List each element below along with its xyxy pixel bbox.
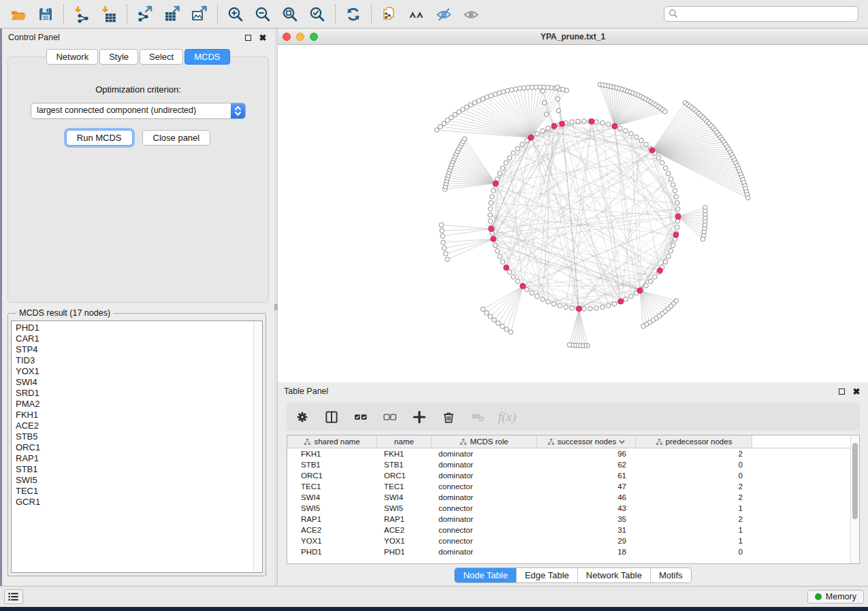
show-all-icon[interactable] — [460, 3, 483, 26]
window-zoom-traffic-light[interactable] — [310, 33, 318, 41]
control-tab-select[interactable]: Select — [140, 49, 183, 65]
table-scrollbar-thumb[interactable] — [852, 443, 858, 519]
table-row[interactable]: ORC1ORC1dominator610 — [287, 470, 850, 481]
table-tab-network-table[interactable]: Network Table — [578, 568, 651, 582]
table-row[interactable]: STB1STB1dominator620 — [287, 459, 850, 470]
table-tab-edge-table[interactable]: Edge Table — [517, 568, 578, 582]
mcds-result-item[interactable]: STB5 — [16, 431, 253, 442]
control-panel-title: Control Panel — [8, 33, 238, 42]
open-file-icon[interactable] — [7, 3, 30, 26]
table-cell: SWI5 — [287, 504, 377, 512]
table-panel-float-button[interactable] — [836, 386, 847, 397]
control-tab-network[interactable]: Network — [46, 49, 98, 65]
table-row[interactable]: ACE2ACE2connector311 — [287, 525, 850, 535]
mcds-result-item[interactable]: SWI5 — [16, 475, 253, 486]
first-neighbors-icon[interactable] — [405, 3, 428, 26]
search-input[interactable] — [664, 6, 858, 22]
table-row[interactable]: TEC1TEC1connector472 — [287, 481, 850, 492]
export-network-icon[interactable] — [133, 3, 157, 26]
window-minimize-traffic-light[interactable] — [296, 33, 304, 41]
table-row[interactable]: RAP1RAP1dominator352 — [287, 514, 850, 525]
mcds-result-item[interactable]: RAP1 — [16, 453, 253, 464]
window-close-traffic-light[interactable] — [283, 33, 291, 41]
column-header-mcds-role[interactable]: MCDS role — [432, 435, 537, 448]
mcds-result-item[interactable]: PHD1 — [16, 323, 253, 333]
export-image-icon[interactable] — [188, 3, 211, 26]
mcds-result-item[interactable]: STP4 — [16, 344, 253, 355]
zoom-in-icon[interactable] — [224, 3, 247, 26]
reapply-layout-icon[interactable] — [342, 3, 365, 26]
mcds-result-item[interactable]: SRD1 — [16, 388, 253, 399]
table-cell: 0 — [636, 472, 752, 480]
mcds-result-list[interactable]: PHD1CAR1STP4TID3YOX1SWI4SRD1PMA2FKH1ACE2… — [11, 320, 263, 573]
duplicate-network-icon[interactable] — [378, 3, 401, 26]
mcds-panel: Optimization criterion: largest connecte… — [7, 56, 269, 303]
table-panel-close-button[interactable]: ✖ — [851, 386, 862, 397]
table-cell: ACE2 — [377, 526, 432, 534]
optimization-criterion-select[interactable]: largest connected component (undirected) — [31, 103, 246, 119]
zoom-fit-icon[interactable] — [278, 3, 302, 26]
mcds-result-item[interactable]: FKH1 — [16, 410, 253, 420]
application-window: Control Panel ✖ NetworkStyleSelectMCDS O… — [0, 0, 868, 611]
network-window-titlebar[interactable]: YPA_prune.txt_1 — [278, 29, 868, 45]
memory-button[interactable]: Memory — [807, 590, 864, 604]
close-panel-button[interactable]: Close panel — [142, 130, 211, 146]
table-row[interactable]: FKH1FKH1dominator962 — [287, 448, 850, 459]
delete-columns-icon[interactable] — [440, 408, 457, 426]
import-network-icon[interactable] — [70, 3, 93, 26]
control-tab-style[interactable]: Style — [99, 49, 138, 65]
deselect-all-columns-icon[interactable] — [381, 408, 399, 426]
network-graph[interactable] — [278, 45, 868, 382]
task-history-button[interactable] — [4, 589, 23, 604]
column-header-successor-nodes[interactable]: successor nodes — [537, 435, 636, 448]
table-tab-node-table[interactable]: Node Table — [455, 568, 517, 582]
toolbar-separator — [217, 5, 218, 24]
mcds-result-item[interactable]: ACE2 — [16, 420, 253, 431]
save-session-icon[interactable] — [34, 3, 57, 26]
run-mcds-button[interactable]: Run MCDS — [66, 130, 133, 146]
toolbar-separator — [371, 5, 372, 24]
add-column-icon[interactable] — [411, 408, 428, 426]
graph-nodes[interactable] — [434, 82, 750, 348]
mcds-result-item[interactable]: YOX1 — [16, 366, 253, 377]
column-header-name[interactable]: name — [377, 435, 432, 448]
hide-selected-icon[interactable] — [432, 3, 455, 26]
control-panel-tabs: NetworkStyleSelectMCDS — [2, 49, 274, 65]
show-columns-icon[interactable] — [323, 408, 340, 426]
dropdown-stepper-icon — [231, 103, 245, 118]
table-cell: 43 — [537, 504, 636, 512]
mcds-result-item[interactable]: PMA2 — [16, 399, 253, 410]
column-header-shared-name[interactable]: shared name — [287, 435, 377, 448]
mcds-result-item[interactable]: TID3 — [16, 355, 253, 366]
desktop-edge-bottom — [0, 607, 868, 611]
panel-splitter[interactable] — [274, 29, 277, 586]
mcds-result-item[interactable]: TEC1 — [16, 486, 253, 497]
import-table-icon[interactable] — [97, 3, 120, 26]
main-toolbar — [0, 0, 868, 29]
table-cell: connector — [432, 504, 537, 512]
table-row[interactable]: YOX1YOX1connector291 — [287, 535, 850, 546]
column-header-predecessor-nodes[interactable]: predecessor nodes — [636, 435, 752, 448]
result-list-scrollbar[interactable] — [253, 321, 262, 572]
mcds-result-item[interactable]: STB1 — [16, 464, 253, 475]
zoom-selected-icon[interactable] — [306, 3, 329, 26]
control-panel-float-button[interactable] — [242, 32, 253, 43]
control-panel-close-button[interactable]: ✖ — [257, 32, 268, 43]
mcds-result-item[interactable]: GCR1 — [16, 497, 253, 508]
table-cell: YOX1 — [377, 537, 432, 545]
table-settings-gear-icon[interactable] — [293, 408, 311, 426]
table-tab-motifs[interactable]: Motifs — [651, 568, 691, 582]
control-tab-mcds[interactable]: MCDS — [184, 49, 229, 65]
mcds-result-item[interactable]: CAR1 — [16, 333, 253, 344]
select-all-columns-icon[interactable] — [352, 408, 370, 426]
export-table-icon[interactable] — [161, 3, 184, 26]
network-view-canvas[interactable] — [278, 45, 868, 382]
table-row[interactable]: SWI5SWI5connector431 — [287, 503, 850, 514]
table-row[interactable]: SWI4SWI4dominator462 — [287, 492, 850, 503]
table-scrollbar[interactable] — [850, 435, 859, 563]
mcds-result-item[interactable]: ORC1 — [16, 442, 253, 453]
mcds-result-item[interactable]: SWI4 — [16, 377, 253, 388]
splitter-handle[interactable] — [274, 304, 277, 310]
table-row[interactable]: PHD1PHD1dominator180 — [287, 546, 850, 557]
zoom-out-icon[interactable] — [251, 3, 274, 26]
